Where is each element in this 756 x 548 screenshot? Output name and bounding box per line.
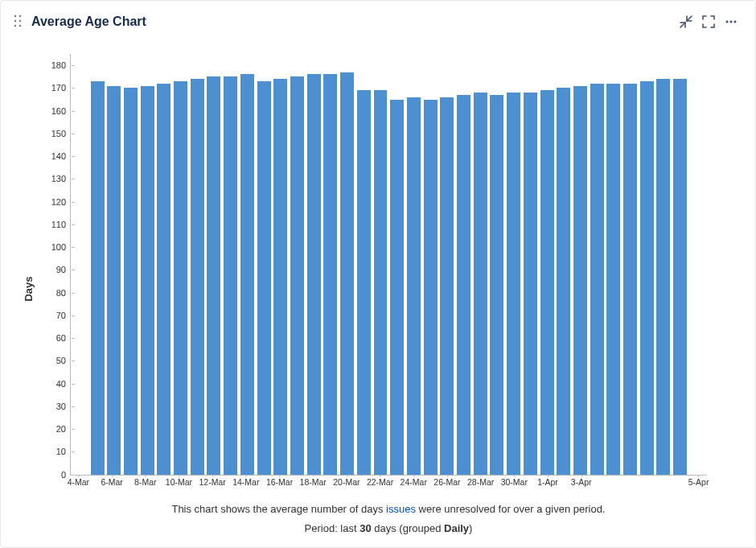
svg-point-9: [730, 21, 733, 23]
bar-slot: [72, 54, 89, 475]
drag-handle-icon[interactable]: [14, 14, 25, 29]
bar-slot: [388, 54, 405, 475]
bar-slot: [672, 54, 688, 475]
svg-point-2: [14, 20, 16, 22]
bar: [224, 76, 237, 474]
bar: [640, 81, 654, 475]
bar: [323, 74, 337, 474]
bar: [490, 95, 503, 475]
bar-slot: [306, 54, 323, 475]
bar: [540, 90, 554, 474]
bar: [273, 79, 287, 475]
x-tick: 24-Mar: [401, 477, 427, 487]
bar: [91, 81, 105, 475]
x-tick: 28-Mar: [467, 477, 494, 487]
x-tick: 6-Mar: [101, 477, 122, 487]
bar: [457, 95, 470, 475]
fullscreen-icon[interactable]: [697, 10, 720, 33]
x-tick: 26-Mar: [433, 477, 460, 487]
bar-slot: [422, 54, 439, 475]
bar-slot: [172, 54, 189, 475]
svg-point-1: [19, 15, 21, 17]
bar-slot: [438, 54, 455, 475]
bar-slot: [239, 54, 256, 475]
bar: [290, 76, 304, 474]
y-tick: 100: [51, 242, 71, 252]
svg-line-6: [687, 16, 692, 21]
issues-link[interactable]: issues: [386, 503, 416, 515]
y-tick: 160: [51, 106, 71, 116]
bar: [590, 84, 604, 475]
y-tick: 20: [56, 424, 71, 434]
x-tick: 1-Apr: [537, 477, 558, 487]
bar-slot: [522, 54, 539, 475]
bar: [507, 93, 520, 475]
bar: [207, 76, 220, 474]
bar-slot: [589, 54, 606, 475]
bar-slot: [105, 54, 122, 475]
x-tick: 8-Mar: [134, 477, 156, 487]
y-tick: 90: [56, 265, 71, 274]
bar: [107, 86, 121, 475]
y-tick: 150: [51, 129, 71, 138]
bar-slot: [405, 54, 422, 475]
bar: [407, 97, 421, 475]
x-axis: 4-Mar6-Mar8-Mar10-Mar12-Mar14-Mar16-Mar1…: [70, 476, 707, 488]
svg-point-8: [726, 21, 729, 23]
bars-container: [71, 54, 707, 475]
bar-slot: [122, 54, 139, 475]
y-tick: 40: [56, 379, 71, 389]
bar-slot: [539, 54, 556, 475]
bar-slot: [655, 54, 672, 475]
y-axis-label: Days: [23, 276, 35, 301]
x-tick: 10-Mar: [166, 477, 192, 487]
y-tick: 10: [56, 447, 71, 456]
bar: [240, 74, 254, 474]
bar-slot: [572, 54, 589, 475]
plot-region: 0102030405060708090100110120130140150160…: [70, 54, 707, 476]
bar: [307, 74, 321, 474]
bar: [357, 90, 371, 474]
bar-slot: [372, 54, 389, 475]
bar-slot: [688, 54, 705, 475]
bar: [606, 84, 620, 475]
bar: [623, 84, 637, 475]
bar: [440, 97, 454, 475]
caption-text: This chart shows the average number of d…: [171, 503, 386, 515]
svg-point-5: [19, 25, 21, 27]
y-tick: 170: [51, 83, 71, 93]
bar: [374, 90, 388, 474]
bar-slot: [639, 54, 655, 475]
more-icon[interactable]: [720, 10, 742, 33]
x-tick: 14-Mar: [232, 477, 259, 487]
svg-line-7: [680, 23, 685, 27]
bar: [390, 100, 404, 475]
bar-slot: [606, 54, 622, 475]
svg-point-4: [14, 25, 16, 27]
y-tick: 80: [56, 288, 71, 298]
bar-slot: [323, 54, 339, 475]
bar: [557, 88, 570, 474]
caption-grouping: Daily: [444, 522, 469, 534]
bar: [573, 86, 587, 475]
bar: [174, 81, 187, 475]
bar-slot: [139, 54, 156, 475]
x-tick: 4-Mar: [68, 477, 89, 487]
x-tick: 5-Apr: [688, 477, 709, 487]
bar-slot: [289, 54, 306, 475]
bar: [340, 72, 354, 475]
chart-area: Days 01020304050607080901001101201301401…: [14, 38, 742, 539]
x-tick: 20-Mar: [333, 477, 360, 487]
bar-slot: [206, 54, 223, 475]
bar: [257, 81, 271, 475]
bar: [157, 84, 171, 475]
bar-slot: [355, 54, 372, 475]
bar-slot: [489, 54, 506, 475]
collapse-icon[interactable]: [675, 10, 697, 33]
bar: [673, 79, 687, 475]
y-tick: 140: [51, 151, 71, 161]
caption-text: Period: last: [305, 522, 360, 534]
svg-point-3: [19, 20, 21, 22]
bar: [141, 86, 154, 475]
caption-days: 30: [360, 522, 371, 534]
